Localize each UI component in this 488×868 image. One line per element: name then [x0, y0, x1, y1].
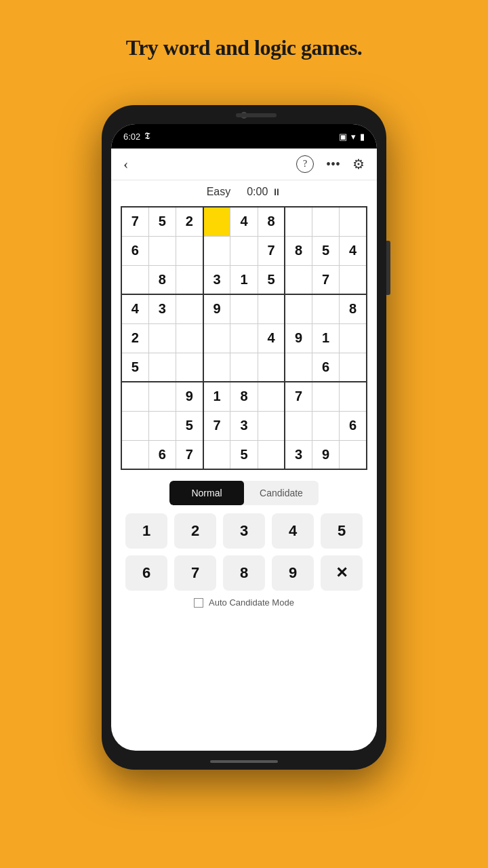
- sudoku-cell[interactable]: [258, 411, 285, 440]
- sudoku-cell[interactable]: [121, 382, 148, 411]
- sudoku-cell[interactable]: [258, 382, 285, 411]
- sudoku-cell[interactable]: [285, 294, 312, 323]
- sudoku-cell[interactable]: [285, 207, 312, 236]
- sudoku-cell[interactable]: [258, 440, 285, 469]
- sudoku-cell[interactable]: [285, 411, 312, 440]
- sudoku-cell[interactable]: 2: [176, 207, 203, 236]
- sudoku-cell[interactable]: [148, 323, 176, 353]
- pause-icon[interactable]: ⏸: [272, 186, 281, 197]
- sudoku-cell[interactable]: [340, 440, 367, 469]
- num-button-7[interactable]: 7: [174, 555, 216, 591]
- sudoku-cell[interactable]: 7: [121, 207, 148, 236]
- sudoku-cell[interactable]: 5: [258, 265, 285, 294]
- sudoku-cell[interactable]: [203, 236, 230, 265]
- sudoku-cell[interactable]: [340, 353, 367, 382]
- sudoku-cell[interactable]: 9: [285, 323, 312, 353]
- num-button-6[interactable]: 6: [125, 555, 167, 591]
- sudoku-cell[interactable]: [203, 207, 230, 236]
- sudoku-cell[interactable]: [176, 323, 203, 353]
- sudoku-cell[interactable]: 7: [176, 440, 203, 469]
- sudoku-cell[interactable]: 8: [285, 236, 312, 265]
- sudoku-cell[interactable]: 6: [148, 440, 176, 469]
- sudoku-cell[interactable]: [121, 265, 148, 294]
- num-button-3[interactable]: 3: [223, 513, 265, 549]
- sudoku-cell[interactable]: 5: [312, 236, 340, 265]
- sudoku-cell[interactable]: 7: [312, 265, 340, 294]
- sudoku-cell[interactable]: 8: [230, 382, 258, 411]
- sudoku-cell[interactable]: 7: [203, 411, 230, 440]
- clear-button[interactable]: ✕: [321, 555, 363, 591]
- sudoku-cell[interactable]: [258, 353, 285, 382]
- sudoku-cell[interactable]: 9: [312, 440, 340, 469]
- num-button-4[interactable]: 4: [272, 513, 314, 549]
- sudoku-cell[interactable]: [340, 207, 367, 236]
- sudoku-cell[interactable]: [148, 236, 176, 265]
- sudoku-cell[interactable]: [203, 353, 230, 382]
- more-button[interactable]: •••: [326, 157, 340, 172]
- back-button[interactable]: ‹: [123, 155, 128, 172]
- sudoku-cell[interactable]: [230, 294, 258, 323]
- sudoku-cell[interactable]: [340, 265, 367, 294]
- sudoku-cell[interactable]: [176, 353, 203, 382]
- sudoku-cell[interactable]: 5: [121, 353, 148, 382]
- sudoku-cell[interactable]: 3: [203, 265, 230, 294]
- sudoku-cell[interactable]: 3: [285, 440, 312, 469]
- sudoku-cell[interactable]: 5: [230, 440, 258, 469]
- num-button-8[interactable]: 8: [223, 555, 265, 591]
- sudoku-cell[interactable]: 3: [230, 411, 258, 440]
- num-button-5[interactable]: 5: [321, 513, 363, 549]
- sudoku-cell[interactable]: [285, 265, 312, 294]
- sudoku-cell[interactable]: [312, 294, 340, 323]
- sudoku-cell[interactable]: 4: [258, 323, 285, 353]
- sudoku-cell[interactable]: [148, 353, 176, 382]
- sudoku-cell[interactable]: [148, 382, 176, 411]
- sudoku-cell[interactable]: 5: [176, 411, 203, 440]
- sudoku-cell[interactable]: [340, 323, 367, 353]
- num-button-2[interactable]: 2: [174, 513, 216, 549]
- sudoku-cell[interactable]: 1: [230, 265, 258, 294]
- sudoku-cell[interactable]: 8: [148, 265, 176, 294]
- sudoku-cell[interactable]: 4: [340, 236, 367, 265]
- sudoku-cell[interactable]: [121, 411, 148, 440]
- sudoku-cell[interactable]: [340, 382, 367, 411]
- sudoku-cell[interactable]: [203, 323, 230, 353]
- sudoku-cell[interactable]: 9: [203, 294, 230, 323]
- auto-candidate-checkbox[interactable]: [194, 598, 203, 608]
- sudoku-cell[interactable]: 6: [340, 411, 367, 440]
- num-button-1[interactable]: 1: [125, 513, 167, 549]
- sudoku-cell[interactable]: 6: [312, 353, 340, 382]
- sudoku-cell[interactable]: [312, 382, 340, 411]
- sudoku-cell[interactable]: [230, 236, 258, 265]
- sudoku-cell[interactable]: [148, 411, 176, 440]
- normal-mode-button[interactable]: Normal: [169, 481, 244, 505]
- sudoku-cell[interactable]: 4: [230, 207, 258, 236]
- sudoku-cell[interactable]: [285, 353, 312, 382]
- sudoku-cell[interactable]: 1: [203, 382, 230, 411]
- sudoku-cell[interactable]: [258, 294, 285, 323]
- help-button[interactable]: ?: [296, 155, 314, 173]
- sudoku-cell[interactable]: 7: [285, 382, 312, 411]
- sudoku-cell[interactable]: 2: [121, 323, 148, 353]
- candidate-mode-button[interactable]: Candidate: [244, 481, 319, 505]
- sudoku-cell[interactable]: 8: [258, 207, 285, 236]
- sudoku-cell[interactable]: 8: [340, 294, 367, 323]
- sudoku-cell[interactable]: [230, 353, 258, 382]
- sudoku-cell[interactable]: 4: [121, 294, 148, 323]
- settings-button[interactable]: ⚙: [352, 156, 365, 172]
- sudoku-cell[interactable]: [312, 207, 340, 236]
- sudoku-cell[interactable]: [176, 294, 203, 323]
- sudoku-cell[interactable]: [176, 265, 203, 294]
- sudoku-cell[interactable]: 9: [176, 382, 203, 411]
- sudoku-cell[interactable]: [203, 440, 230, 469]
- sudoku-cell[interactable]: 5: [148, 207, 176, 236]
- app-header: ‹ ? ••• ⚙: [111, 149, 377, 180]
- sudoku-cell[interactable]: [176, 236, 203, 265]
- sudoku-cell[interactable]: 7: [258, 236, 285, 265]
- sudoku-cell[interactable]: 6: [121, 236, 148, 265]
- num-button-9[interactable]: 9: [272, 555, 314, 591]
- sudoku-cell[interactable]: [121, 440, 148, 469]
- sudoku-cell[interactable]: 1: [312, 323, 340, 353]
- sudoku-cell[interactable]: [230, 323, 258, 353]
- sudoku-cell[interactable]: 3: [148, 294, 176, 323]
- sudoku-cell[interactable]: [312, 411, 340, 440]
